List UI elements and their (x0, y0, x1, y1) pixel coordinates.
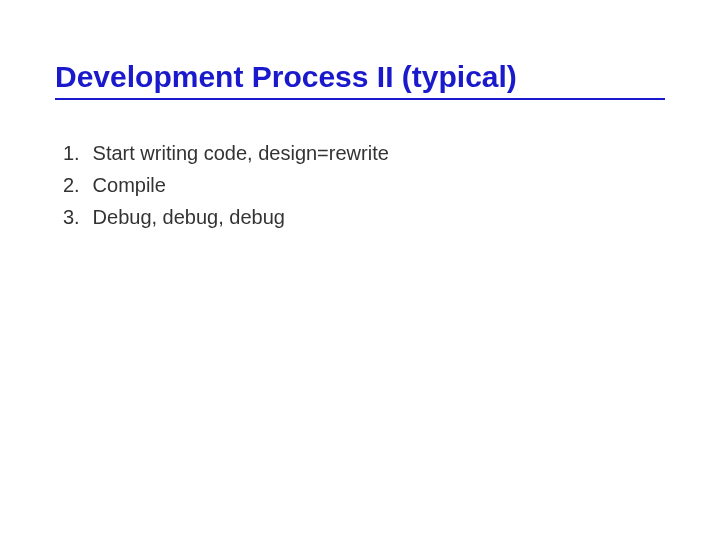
list-item: 2. Compile (63, 170, 665, 200)
item-number: 3. (63, 202, 87, 232)
item-number: 1. (63, 138, 87, 168)
item-text: Debug, debug, debug (93, 206, 285, 228)
slide-title: Development Process II (typical) (55, 60, 665, 100)
item-text: Compile (93, 174, 166, 196)
item-number: 2. (63, 170, 87, 200)
steps-list: 1. Start writing code, design=rewrite 2.… (55, 138, 665, 232)
item-text: Start writing code, design=rewrite (93, 142, 389, 164)
list-item: 1. Start writing code, design=rewrite (63, 138, 665, 168)
list-item: 3. Debug, debug, debug (63, 202, 665, 232)
